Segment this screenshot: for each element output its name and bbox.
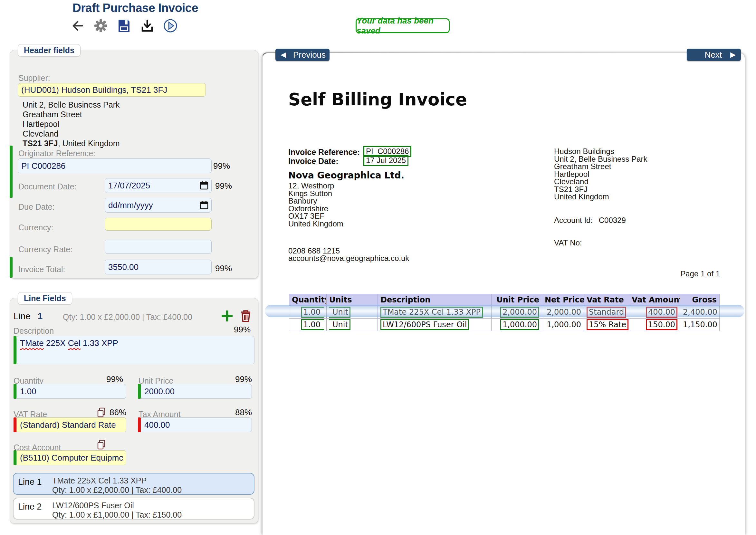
previous-button[interactable]: ◀ Previous [275,49,329,61]
tax-amount-confidence: 88% [235,408,252,417]
document-date-input[interactable] [105,178,211,193]
tax-amount-input[interactable] [141,417,252,432]
col-description: Description [378,294,491,306]
save-icon[interactable] [117,18,131,33]
company-address-line: Kings Sutton [288,190,343,197]
vat-rate-input[interactable] [16,417,126,432]
col-gross: Gross [680,294,720,306]
account-id-label: Account Id: [554,216,593,224]
originator-reference-confidence: 99% [213,161,230,171]
supplier-label: Supplier: [18,73,50,83]
settings-gear-icon[interactable] [94,18,108,33]
col-net-price: Net Price [542,294,584,306]
toolbar [70,17,186,34]
currency-rate-input[interactable] [105,239,211,254]
back-icon[interactable] [70,18,85,33]
description-text: TMate [20,338,44,348]
cell-vat-rate: 15% Rate [587,319,629,330]
line-summary: Qty: 1.00 x £2,000.00 | Tax: £400.00 [63,312,192,322]
run-icon[interactable] [163,18,178,33]
account-id-value: C00329 [599,216,626,224]
document-date-label: Document Date: [18,182,77,191]
col-vat-rate: Vat Rate [584,294,629,306]
line-fields-panel-title: Line Fields [18,292,72,305]
document-date-confidence: 99% [215,181,232,191]
originator-reference-label: Originator Reference: [18,149,95,158]
line-item-description: LW12/600PS Fuser Oil [52,501,134,510]
supplier-country: , United Kingdom [58,139,120,148]
currency-input[interactable] [105,218,211,231]
col-units: Units [327,294,378,306]
line-list-item-1[interactable]: Line 1TMate 225X Cel 1.33 XPPQty: 1.00 x… [13,473,254,495]
page-indicator: Page 1 of 1 [659,270,720,278]
next-label: Next [705,50,722,60]
supplier-address-line: Hartlepool [22,119,120,129]
invoice-total-confidence: 99% [215,264,232,273]
line-header: Line 1 [14,311,42,322]
next-button[interactable]: Next ▶ [687,49,741,61]
supplier-address: Unit 2, Belle Business Park Greatham Str… [22,100,120,148]
cell-quantity: 1.00 [301,307,324,318]
invoice-date-value: 17 Jul 2025 [363,155,408,166]
status-bar-unit-price [138,384,141,399]
unit-price-input[interactable] [141,384,252,399]
line-item-summary: Qty: 1.00 x £1,000.00 | Tax: £150.00 [52,510,182,519]
status-bar-document-date [10,177,13,198]
cell-unit-price: 1,000.00 [500,319,539,330]
due-date-label: Due Date: [18,202,55,211]
line-item-description: TMate 225X Cel 1.33 XPP [52,476,147,485]
line-item-summary: Qty: 1.00 x £2,000.00 | Tax: £400.00 [52,485,182,494]
supplier-address-line: Cleveland [22,129,120,138]
company-phone: 0208 688 1215 [288,247,340,255]
vat-no-label: VAT No: [554,239,582,247]
company-address-line: Oxfordshire [288,205,343,212]
status-bar-vat-rate [14,417,16,432]
invoice-table-row-2[interactable]: 1.00 Unit LW12/600PS Fuser Oil 1,000.00 … [289,319,720,331]
saved-toast: Your data has been saved [356,18,450,33]
description-input[interactable]: TMate 225X Cel 1.33 XPP [16,336,254,364]
previous-label: Previous [293,50,326,60]
supplier-input[interactable] [18,83,206,97]
cell-net-price: 1,000.00 [542,319,584,331]
currency-label: Currency: [18,223,53,232]
company-address-line: OX17 3EF [288,212,343,220]
invoice-table: Quantity Units Description Unit Price Ne… [289,294,720,331]
header-fields-panel-title: Header fields [18,44,80,57]
col-quantity: Quantity [289,294,327,306]
company-email: accounts@nova.geographica.co.uk [288,254,409,262]
col-unit-price: Unit Price [491,294,542,306]
due-date-input[interactable] [105,198,211,212]
status-bar-cost-account [14,450,16,465]
copy-icon[interactable] [97,440,106,451]
line-item-label: Line 1 [18,476,52,487]
supplier-address-line: TS21 3FJ, United Kingdom [22,138,120,148]
cell-vat-amount: 400.00 [646,307,677,318]
line-list-item-2[interactable]: Line 2LW12/600PS Fuser OilQty: 1.00 x £1… [13,498,254,520]
cell-gross: 1,150.00 [680,319,720,331]
download-icon[interactable] [140,18,154,33]
previous-triangle-icon: ◀ [281,51,286,58]
page-title: Draft Purchase Invoice [48,1,222,15]
line-item-label: Line 2 [18,501,52,512]
unit-price-confidence: 99% [235,374,252,384]
cell-net-price: 2,000.00 [542,306,584,319]
invoice-total-input[interactable] [105,260,211,274]
document-title: Self Billing Invoice [288,90,467,109]
company-name: Nova Geographica Ltd. [288,170,404,181]
cell-units: Unit [329,307,350,318]
description-label: Description [14,326,54,336]
delete-line-icon[interactable] [238,309,253,324]
doc-supplier-address-line: Hartlepool [554,170,647,178]
originator-reference-input[interactable] [18,158,211,173]
company-address: 12, Westhorp Kings Sutton Banbury Oxford… [288,182,343,227]
cell-unit-price: 2,000.00 [500,307,539,318]
currency-rate-label: Currency Rate: [18,245,72,254]
description-text: 1.33 XPP [80,338,118,348]
quantity-input[interactable] [16,384,126,399]
quantity-confidence: 99% [106,374,123,384]
add-line-icon[interactable] [220,309,235,324]
account-id: Account Id: C00329 [554,216,626,224]
cost-account-input[interactable] [16,450,126,465]
company-address-line: Banbury [288,197,343,205]
invoice-table-row-1[interactable]: 1.00 Unit TMate 225X Cel 1.33 XPP 2,000.… [289,306,720,319]
